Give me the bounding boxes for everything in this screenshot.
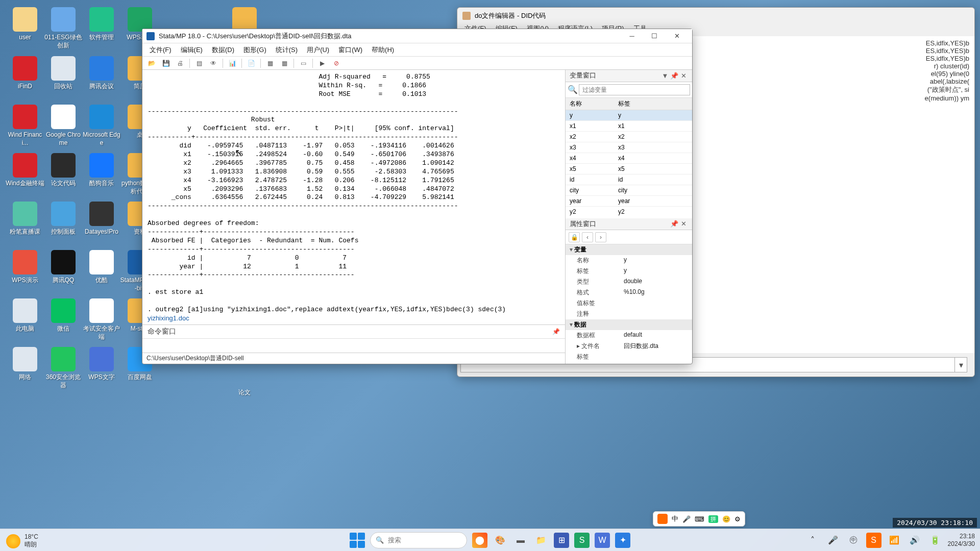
open-icon[interactable]: 📂 <box>146 58 157 68</box>
command-input[interactable] <box>142 338 565 353</box>
desktop-icon[interactable]: Google Chrome <box>43 105 83 147</box>
taskbar-app[interactable]: ⬤ <box>472 533 487 548</box>
mic-icon[interactable]: 🎤 <box>682 515 691 523</box>
property-row[interactable]: 值标签 <box>566 298 692 309</box>
weather-widget[interactable]: 18°C 晴朗 <box>6 533 38 549</box>
desktop-icon[interactable]: 此电脑 <box>5 298 45 333</box>
emoji-icon[interactable]: 😊 <box>722 515 730 523</box>
tray-mic-icon[interactable]: 🎤 <box>825 533 841 548</box>
variable-row[interactable]: y2y2 <box>566 207 692 216</box>
desktop-icon[interactable]: Wind Financi... <box>5 105 45 147</box>
desktop-icon[interactable]: Microsoft Edge <box>82 105 121 147</box>
taskbar-search[interactable]: 🔍 搜索 <box>370 532 467 548</box>
start-button[interactable] <box>350 533 365 548</box>
desktop-icon[interactable]: Datayes!Pro <box>82 202 121 236</box>
desktop-icon[interactable]: 011-ESG绿色创新 <box>43 7 83 49</box>
desktop-icon[interactable]: 回收站 <box>43 56 83 91</box>
variable-filter-input[interactable] <box>579 84 690 95</box>
desktop-icon[interactable]: 粉笔直播课 <box>5 202 45 236</box>
log-icon[interactable]: ▤ <box>194 58 204 68</box>
variable-row[interactable]: idid <box>566 174 692 185</box>
taskbar-app[interactable]: 🎨 <box>493 533 508 548</box>
data-browser-icon[interactable]: ▦ <box>279 58 289 68</box>
tray-sogou-icon[interactable]: S <box>866 533 881 548</box>
property-row[interactable]: 类型double <box>566 277 692 287</box>
close-icon[interactable]: ✕ <box>679 220 688 228</box>
desktop-icon[interactable]: user <box>5 7 45 42</box>
menu-item[interactable]: 帮助(H) <box>372 45 394 55</box>
desktop-icon[interactable]: WPS文字 <box>82 347 121 382</box>
menu-item[interactable]: 用户(U) <box>307 45 329 55</box>
desktop-icon[interactable]: 软件管理 <box>82 7 121 42</box>
wps-spreadsheet-icon[interactable]: S <box>574 533 590 548</box>
property-row[interactable]: ▸ 文件名回归数据.dta <box>566 341 692 352</box>
taskbar-app[interactable]: ⊞ <box>554 533 569 548</box>
variable-row[interactable]: x2x2 <box>566 132 692 142</box>
desktop-icon[interactable]: Wind金融终端 <box>5 153 45 188</box>
property-row[interactable]: 数据框default <box>566 330 692 341</box>
desktop-icon[interactable]: iFinD <box>5 56 45 91</box>
menu-item[interactable]: 统计(S) <box>276 45 298 55</box>
lock-icon[interactable]: 🔒 <box>569 232 580 242</box>
property-group[interactable]: 变量 <box>566 244 692 255</box>
property-row[interactable]: 标签y <box>566 266 692 277</box>
property-row[interactable]: 名称y <box>566 255 692 266</box>
close-button[interactable]: ✕ <box>666 29 688 43</box>
variable-row[interactable]: x1x1 <box>566 121 692 132</box>
volume-icon[interactable]: 🔊 <box>907 533 922 548</box>
settings-icon[interactable]: ⚙ <box>734 515 741 523</box>
next-icon[interactable]: › <box>595 232 606 242</box>
data-editor-icon[interactable]: ▦ <box>265 58 275 68</box>
chevron-down-icon[interactable]: ▾ <box>954 358 967 372</box>
pin-icon[interactable]: 📌 <box>552 328 560 335</box>
dofile-icon[interactable]: 📄 <box>246 58 256 68</box>
battery-icon[interactable]: 🔋 <box>927 533 943 548</box>
desktop-icon[interactable]: 腾讯会议 <box>82 56 121 91</box>
menu-item[interactable]: 文件(F) <box>150 45 172 55</box>
break-icon[interactable]: ⊘ <box>331 58 341 68</box>
property-row[interactable]: 格式%10.0g <box>566 287 692 298</box>
desktop-icon[interactable]: 控制面板 <box>43 202 83 236</box>
desktop-icon[interactable]: 360安全浏览器 <box>43 347 83 389</box>
graph-icon[interactable]: 📊 <box>227 58 237 68</box>
filter-icon[interactable]: ▼ <box>660 72 670 80</box>
property-row[interactable]: 标签 <box>566 352 692 362</box>
viewer-icon[interactable]: 👁 <box>208 58 218 68</box>
results-output[interactable]: Adj R-squared = 0.8755 Within R-sq. = 0.… <box>142 70 565 324</box>
property-row[interactable]: 注释 <box>566 309 692 319</box>
minimize-button[interactable]: ─ <box>621 29 643 43</box>
taskbar-app[interactable]: ▬ <box>513 533 528 548</box>
print-icon[interactable]: 🖨 <box>175 58 185 68</box>
continue-icon[interactable]: ▶ <box>317 58 327 68</box>
variable-row[interactable]: yy <box>566 110 692 121</box>
variables-icon[interactable]: ▭ <box>298 58 308 68</box>
menu-item[interactable]: 数据(D) <box>212 45 234 55</box>
var-header-label[interactable]: 标签 <box>614 98 634 110</box>
desktop-icon[interactable]: 酷狗音乐 <box>82 153 121 188</box>
file-explorer-icon[interactable]: 📁 <box>533 533 549 548</box>
desktop-icon[interactable]: 优酷 <box>82 250 121 285</box>
wps-writer-icon[interactable]: W <box>595 533 610 548</box>
pin-icon[interactable]: 📌 <box>670 72 679 80</box>
output-link[interactable]: yizhixing1.doc <box>148 314 189 322</box>
variable-row[interactable]: x4x4 <box>566 153 692 164</box>
desktop-icon[interactable]: 网络 <box>5 347 45 382</box>
menu-item[interactable]: 编辑(E) <box>181 45 203 55</box>
save-icon[interactable]: 💾 <box>161 58 171 68</box>
menu-item[interactable]: 图形(G) <box>243 45 266 55</box>
variable-row[interactable]: x3x3 <box>566 142 692 153</box>
variable-row[interactable]: x5x5 <box>566 164 692 174</box>
close-icon[interactable]: ✕ <box>679 72 688 80</box>
desktop-icon[interactable]: WPS演示 <box>5 250 45 285</box>
wifi-icon[interactable]: 📶 <box>887 533 902 548</box>
desktop-icon[interactable]: 考试安全客户端 <box>82 298 121 341</box>
property-group[interactable]: 数据 <box>566 319 692 330</box>
tencent-meeting-icon[interactable]: ✦ <box>615 533 630 548</box>
desktop-icon[interactable]: 论文代码 <box>43 153 83 188</box>
property-row[interactable]: 注释 <box>566 362 692 364</box>
desktop-icon[interactable]: 腾讯QQ <box>43 250 83 285</box>
tray-chevron-icon[interactable]: ˄ <box>805 533 820 548</box>
pin-icon[interactable]: 📌 <box>670 220 679 228</box>
desktop-icon[interactable]: 论文 <box>225 362 264 397</box>
keyboard-icon[interactable]: ⌨ <box>695 515 704 523</box>
